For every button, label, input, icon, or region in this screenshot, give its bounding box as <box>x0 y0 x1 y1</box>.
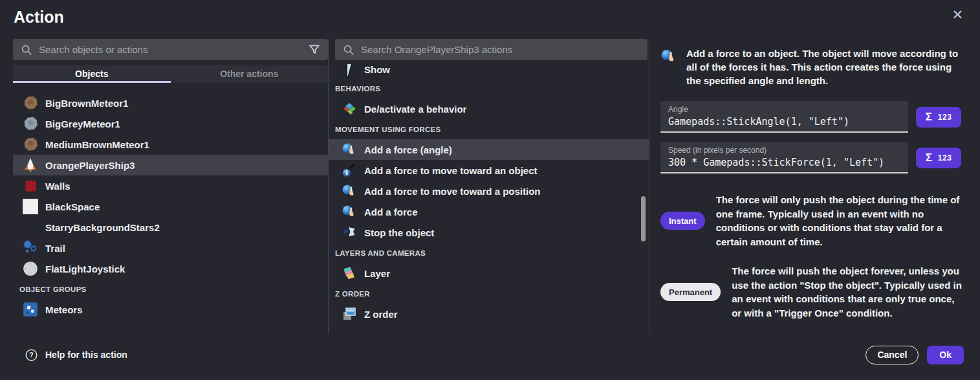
trail-icon <box>22 240 39 256</box>
objects-search-bar <box>13 39 328 60</box>
object-item[interactable]: BigBrownMeteor1 <box>13 93 328 113</box>
object-item-label: StarryBackgroundStars2 <box>45 222 160 233</box>
permanent-note-text: The force will push the object forever, … <box>732 264 964 320</box>
action-details-panel: Add a force to an object. The object wil… <box>649 39 967 333</box>
blank-icon <box>22 219 39 236</box>
panels-container: Objects Other actions BigBrownMeteor1Big… <box>13 39 967 333</box>
angle-field-label: Angle <box>668 105 900 114</box>
section-header: Z ORDER <box>329 284 649 304</box>
speed-field[interactable]: Speed (in pixels per second) 300 * Gamep… <box>660 142 908 173</box>
action-item[interactable]: De/activate a behavior <box>329 98 649 119</box>
objects-search-input[interactable] <box>39 44 307 55</box>
layers-icon <box>342 265 357 281</box>
sigma-icon: Σ <box>926 111 932 124</box>
meteor-grey-icon <box>22 115 39 132</box>
action-item[interactable]: Z order <box>329 304 649 324</box>
object-item-label: BigBrownMeteor1 <box>45 98 128 109</box>
section-header: LAYERS AND CAMERAS <box>329 243 649 263</box>
square-red-icon <box>22 177 39 194</box>
filter-icon[interactable] <box>307 43 321 57</box>
action-item-label: De/activate a behavior <box>364 104 466 115</box>
section-header: OBJECT GROUPS <box>13 279 328 299</box>
action-item-label: Z order <box>364 309 398 320</box>
show-icon <box>342 62 357 78</box>
action-item[interactable]: Add a force (angle) <box>329 139 649 160</box>
ok-button[interactable]: Ok <box>927 346 964 364</box>
angle-field[interactable]: Angle Gamepads::StickAngle(1, "Left") <box>660 101 908 133</box>
help-icon: ? <box>25 348 38 362</box>
scrollbar-thumb[interactable] <box>641 196 646 241</box>
action-item-label: Stop the object <box>364 227 434 238</box>
numbers-icon: 123 <box>938 113 952 122</box>
z-order-icon <box>342 306 357 322</box>
object-item-label: BlackSpace <box>45 201 100 212</box>
action-description: Add a force to an object. The object wil… <box>686 47 964 87</box>
svg-text:?: ? <box>29 351 33 359</box>
action-item[interactable]: Show <box>329 61 649 78</box>
action-item[interactable]: Layer <box>329 263 649 284</box>
action-item[interactable]: Add a force to move toward a position <box>329 181 649 201</box>
force-toward-object-icon <box>342 162 357 178</box>
close-icon[interactable]: ✕ <box>952 8 963 21</box>
cancel-button[interactable]: Cancel <box>866 346 919 364</box>
stop-icon <box>342 225 357 240</box>
object-item[interactable]: OrangePlayerShip3 <box>13 155 328 175</box>
add-force-icon <box>660 48 677 65</box>
permanent-badge: Permanent <box>660 283 721 301</box>
object-item-label: Trail <box>45 243 65 254</box>
speed-field-label: Speed (in pixels per second) <box>668 146 900 155</box>
object-item[interactable]: FlatLightJoystick <box>13 258 328 279</box>
angle-field-value: Gamepads::StickAngle(1, "Left") <box>668 116 900 128</box>
instant-note-row: Instant The force will only push the obj… <box>660 193 964 249</box>
object-item[interactable]: Walls <box>13 175 328 196</box>
actions-search-bar <box>335 39 648 60</box>
action-description-row: Add a force to an object. The object wil… <box>660 47 964 87</box>
permanent-note-row: Permanent The force will push the object… <box>660 264 964 320</box>
force-icon <box>342 183 357 199</box>
search-icon <box>342 43 356 57</box>
angle-field-row: Angle Gamepads::StickAngle(1, "Left") Σ … <box>660 101 967 133</box>
object-item-label: Walls <box>45 181 71 192</box>
sigma-icon: Σ <box>926 151 932 164</box>
actions-search-input[interactable] <box>361 44 641 55</box>
object-item-label: Meteors <box>45 304 83 315</box>
action-item-label: Add a force to move toward an object <box>364 165 538 176</box>
tab-objects[interactable]: Objects <box>13 65 171 83</box>
square-white-icon <box>22 198 39 215</box>
joystick-icon <box>22 260 39 277</box>
object-item[interactable]: BigGreyMeteor1 <box>13 113 328 134</box>
object-item[interactable]: BlackSpace <box>13 196 328 217</box>
action-item-label: Add a force <box>364 207 418 218</box>
action-item-label: Show <box>364 64 390 75</box>
rocket-icon <box>22 157 39 173</box>
tab-other-actions[interactable]: Other actions <box>171 65 329 83</box>
action-item[interactable]: Add a force <box>329 201 649 222</box>
help-label: Help for this action <box>45 350 127 360</box>
object-item[interactable]: Trail <box>13 238 328 258</box>
action-item[interactable]: Add a force to move toward an object <box>329 160 649 181</box>
speed-expression-button[interactable]: Σ 123 <box>916 148 961 168</box>
section-header: BEHAVIORS <box>329 78 649 98</box>
objects-tabs: Objects Other actions <box>13 65 328 83</box>
action-dialog: Action ✕ Objects Other actions BigBrownM… <box>0 0 980 380</box>
action-item-label: Add a force (angle) <box>364 144 452 155</box>
angle-expression-button[interactable]: Σ 123 <box>916 107 961 128</box>
object-item[interactable]: Meteors <box>13 299 328 320</box>
force-icon <box>342 142 357 157</box>
help-link[interactable]: ? Help for this action <box>25 348 127 362</box>
action-item-label: Add a force to move toward a position <box>364 186 541 197</box>
meteor-brown-icon <box>22 95 39 111</box>
speed-field-value: 300 * Gamepads::StickForce(1, "Left") <box>668 157 900 168</box>
action-item[interactable]: Stop the object <box>329 222 649 243</box>
object-item[interactable]: StarryBackgroundStars2 <box>13 217 328 238</box>
behavior-icon <box>342 101 357 117</box>
objects-panel: Objects Other actions BigBrownMeteor1Big… <box>13 39 328 333</box>
object-item-label: OrangePlayerShip3 <box>45 160 135 171</box>
object-item-label: BigGreyMeteor1 <box>45 118 120 129</box>
numbers-icon: 123 <box>938 153 952 162</box>
meteor-brown-icon <box>22 136 39 153</box>
meteor-group-icon <box>22 301 39 318</box>
force-icon <box>342 204 357 219</box>
object-item-label: MediumBrownMeteor1 <box>45 139 149 150</box>
object-item[interactable]: MediumBrownMeteor1 <box>13 134 328 155</box>
